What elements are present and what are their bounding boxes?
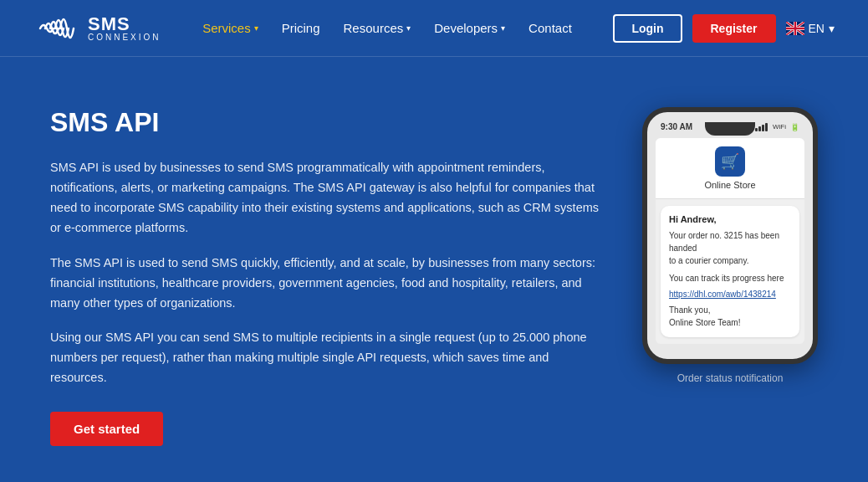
- paragraph-3: Using our SMS API you can send SMS to mu…: [50, 328, 609, 388]
- text-section: SMS API SMS API is used by businesses to…: [50, 107, 609, 446]
- chevron-down-icon: ▾: [254, 23, 258, 33]
- paragraph-2: The SMS API is used to send SMS quickly,…: [50, 254, 609, 314]
- main-content: SMS API SMS API is used by businesses to…: [0, 57, 868, 482]
- header: SMS CONNEXION Services ▾ Pricing Resourc…: [0, 0, 868, 57]
- logo-sms-text: SMS: [88, 15, 161, 33]
- cart-icon: 🛒: [721, 152, 739, 171]
- login-button[interactable]: Login: [613, 14, 682, 43]
- phone-caption: Order status notification: [677, 372, 784, 384]
- phone-status-icons: WiFi 🔋: [755, 123, 799, 131]
- phone-mockup: 9:30 AM WiFi 🔋 🛒 On: [642, 107, 818, 364]
- sms-greeting: Hi Andrew,: [669, 214, 791, 224]
- nav-resources[interactable]: Resources ▾: [344, 21, 411, 35]
- register-button[interactable]: Register: [692, 14, 776, 43]
- phone-notch: [705, 122, 755, 136]
- nav-pricing[interactable]: Pricing: [282, 21, 320, 35]
- language-selector[interactable]: EN ▾: [786, 22, 835, 35]
- app-icon: 🛒: [715, 146, 745, 177]
- chevron-down-icon-dev: ▾: [501, 23, 505, 33]
- description: SMS API is used by businesses to send SM…: [50, 158, 609, 388]
- main-nav: Services ▾ Pricing Resources ▾ Developer…: [202, 21, 572, 35]
- logo-connexion-text: CONNEXION: [88, 33, 161, 42]
- phone-screen: 🛒 Online Store Hi Andrew, Your order no.…: [656, 138, 804, 344]
- nav-contact[interactable]: Contact: [528, 21, 572, 35]
- sms-sign: Thank you, Online Store Team!: [669, 304, 791, 329]
- header-actions: Login Register EN ▾: [613, 14, 835, 43]
- page-title: SMS API: [50, 107, 609, 138]
- phone-section: 9:30 AM WiFi 🔋 🛒 On: [642, 107, 818, 384]
- nav-services[interactable]: Services ▾: [202, 21, 258, 35]
- nav-developers[interactable]: Developers ▾: [434, 21, 505, 35]
- logo[interactable]: SMS CONNEXION: [33, 8, 161, 49]
- app-name: Online Store: [704, 180, 755, 190]
- get-started-button[interactable]: Get started: [50, 412, 163, 446]
- chevron-down-icon-resources: ▾: [406, 23, 411, 33]
- phone-app-header: 🛒 Online Store: [656, 138, 804, 199]
- sms-link: https://dhl.com/awb/1438214: [669, 290, 791, 299]
- sms-body-line3: You can track its progress here: [669, 272, 791, 285]
- paragraph-1: SMS API is used by businesses to send SM…: [50, 158, 609, 238]
- sms-body-line1: Your order no. 3215 has been handed to a…: [669, 229, 791, 267]
- lang-label: EN: [809, 22, 825, 35]
- flag-icon: [786, 22, 804, 35]
- phone-time: 9:30 AM: [661, 122, 692, 131]
- sms-message: Hi Andrew, Your order no. 3215 has been …: [661, 206, 799, 337]
- chevron-down-icon-lang: ▾: [829, 22, 835, 35]
